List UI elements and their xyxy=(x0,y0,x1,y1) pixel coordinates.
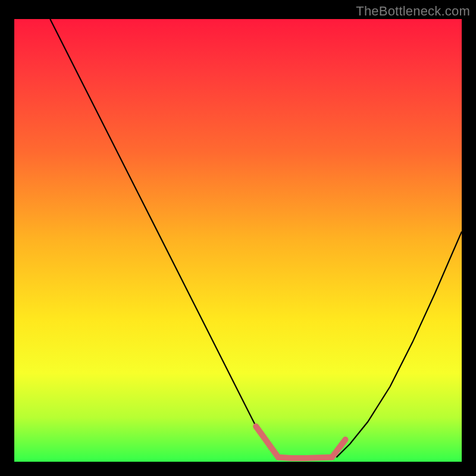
chart-frame: TheBottleneck.com xyxy=(0,0,476,476)
plot-area xyxy=(14,19,462,462)
watermark-text: TheBottleneck.com xyxy=(356,4,470,19)
right-branch-curve xyxy=(336,231,462,457)
curve-layer xyxy=(14,19,462,462)
bottom-dash-left xyxy=(256,427,278,458)
bottom-dash-flat xyxy=(278,458,332,458)
left-branch-curve xyxy=(50,19,278,458)
